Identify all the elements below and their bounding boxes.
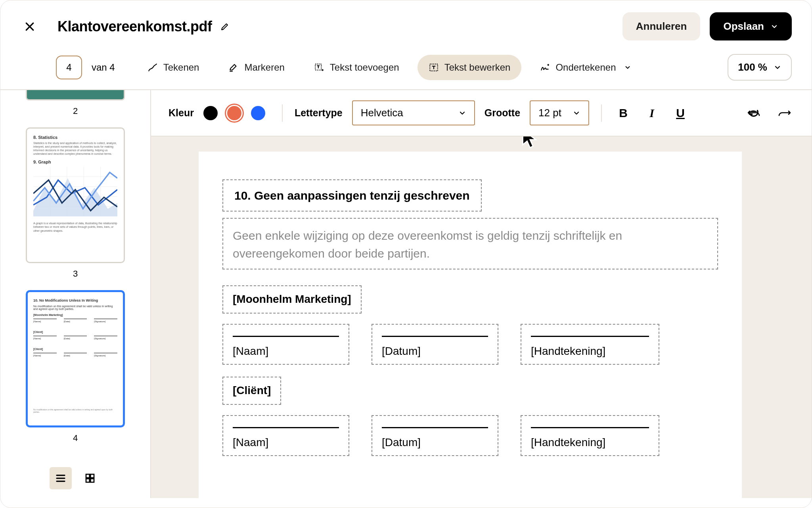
thumb3-heading1: 8. Statistics <box>33 135 117 140</box>
thumb4-sig: [Signature] <box>94 320 117 323</box>
thumb4-name2: [Name] <box>33 337 57 340</box>
svg-rect-12 <box>86 479 90 482</box>
size-label: Grootte <box>485 107 520 119</box>
signature-label-date: [Datum] <box>382 436 488 449</box>
signature-label-name: [Naam] <box>233 436 339 449</box>
signature-label-date: [Datum] <box>382 345 488 358</box>
svg-rect-10 <box>86 474 90 478</box>
signature-cell-date-2[interactable]: [Datum] <box>372 415 498 456</box>
text-block-body[interactable]: Geen enkele wijziging op deze overeenkom… <box>222 218 718 269</box>
font-label: Lettertype <box>295 107 343 119</box>
chevron-down-icon <box>770 23 778 31</box>
text-block-heading[interactable]: 10. Geen aanpassingen tenzij geschreven <box>222 179 482 212</box>
view-grid-button[interactable] <box>79 467 101 489</box>
text-block-party2[interactable]: [Cliënt] <box>222 377 281 405</box>
thumb4-party2b: [Client] <box>33 348 117 350</box>
thumb4-sig2: [Signature] <box>94 337 117 340</box>
italic-button[interactable]: I <box>642 104 661 123</box>
chevron-down-icon <box>774 64 781 71</box>
signature-cell-name-2[interactable]: [Naam] <box>222 415 349 456</box>
thumb4-name3: [Name] <box>33 354 57 357</box>
cancel-button[interactable]: Annuleren <box>622 12 701 40</box>
tool-highlight-label: Markeren <box>244 62 284 73</box>
draw-icon <box>147 62 158 73</box>
thumb3-heading2: 9. Graph <box>33 160 117 164</box>
chevron-down-icon <box>573 109 580 117</box>
tool-edit-text[interactable]: Tekst bewerken <box>417 55 522 80</box>
close-icon[interactable] <box>23 20 36 33</box>
zoom-select[interactable]: 100 % <box>728 54 792 81</box>
thumb4-date: [Date] <box>64 320 87 323</box>
thumb4-para: No modification on this agreement shall … <box>33 305 117 310</box>
thumb4-name: [Name] <box>33 320 57 323</box>
divider <box>601 104 602 122</box>
sign-icon <box>540 62 550 73</box>
color-swatch-blue[interactable] <box>251 106 265 120</box>
edit-text-icon <box>429 62 439 73</box>
signature-label-signature: [Handtekening] <box>531 436 649 449</box>
thumbnail-page-2[interactable] <box>26 90 125 100</box>
thumb4-sig3: [Signature] <box>94 354 117 357</box>
tool-add-text-label: Tekst toevoegen <box>330 62 399 73</box>
undo-button[interactable] <box>744 104 763 123</box>
edit-filename-icon[interactable] <box>219 21 230 32</box>
bold-button[interactable]: B <box>614 104 633 123</box>
tool-add-text[interactable]: Tekst toevoegen <box>303 55 410 80</box>
redo-button[interactable] <box>775 104 794 123</box>
signature-cell-name-1[interactable]: [Naam] <box>222 324 349 365</box>
signature-label-name: [Naam] <box>233 345 339 358</box>
page-total-label: van 4 <box>92 62 115 73</box>
signature-cell-sig-2[interactable]: [Handtekening] <box>521 415 659 456</box>
size-select[interactable]: 12 pt <box>530 100 589 125</box>
thumb3-chart <box>33 167 117 218</box>
tool-draw-label: Tekenen <box>163 62 199 73</box>
size-select-value: 12 pt <box>538 107 561 119</box>
svg-rect-13 <box>90 479 94 482</box>
tool-highlight[interactable]: Markeren <box>217 55 295 80</box>
highlight-icon <box>228 62 239 73</box>
underline-button[interactable]: U <box>671 104 690 123</box>
thumbnail-page-3[interactable]: 8. Statistics Statistics is the study an… <box>26 127 125 263</box>
thumbnail-label-2: 2 <box>73 106 78 116</box>
document-page[interactable]: 10. Geen aanpassingen tenzij geschreven … <box>199 152 742 498</box>
font-select-value: Helvetica <box>361 107 403 119</box>
tool-sign-label: Ondertekenen <box>555 62 616 73</box>
zoom-label: 100 % <box>738 61 767 73</box>
color-swatch-orange[interactable] <box>227 106 241 120</box>
thumb4-footer: No modification on this agreement shall … <box>33 408 117 413</box>
signature-cell-sig-1[interactable]: [Handtekening] <box>521 324 659 365</box>
thumb4-party1: [Moonhelm Marketing] <box>33 314 117 316</box>
svg-rect-11 <box>90 474 94 478</box>
signature-label-signature: [Handtekening] <box>531 345 649 358</box>
thumbnail-page-4[interactable]: 10. No Modifications Unless In Writing N… <box>26 290 125 427</box>
divider <box>282 104 283 122</box>
save-button-label: Opslaan <box>723 20 764 33</box>
color-swatch-black[interactable] <box>203 106 218 120</box>
tool-sign[interactable]: Ondertekenen <box>529 55 642 80</box>
tool-edit-text-label: Tekst bewerken <box>444 62 511 73</box>
color-label: Kleur <box>169 107 194 119</box>
add-text-icon <box>314 62 324 73</box>
thumb3-para1: Statistics is the study and application … <box>33 141 117 156</box>
font-select[interactable]: Helvetica <box>352 100 475 125</box>
file-title: Klantovereenkomst.pdf <box>57 18 212 35</box>
chevron-down-icon <box>458 109 466 117</box>
view-list-button[interactable] <box>50 467 72 489</box>
thumbnail-label-4: 4 <box>73 433 78 443</box>
thumb4-date2: [Date] <box>64 337 87 340</box>
thumbnail-label-3: 3 <box>73 269 78 279</box>
thumb4-heading: 10. No Modifications Unless In Writing <box>33 298 117 302</box>
chevron-down-icon <box>624 64 631 71</box>
cursor-icon <box>521 137 538 149</box>
page-number-input[interactable]: 4 <box>56 56 82 79</box>
save-button[interactable]: Opslaan <box>710 12 792 40</box>
text-block-party1[interactable]: [Moonhelm Marketing] <box>222 285 362 314</box>
thumb3-para2: A graph is a visual representation of da… <box>33 221 117 232</box>
thumb4-party2: [Client] <box>33 331 117 333</box>
signature-cell-date-1[interactable]: [Datum] <box>372 324 498 365</box>
thumb4-date3: [Date] <box>64 354 87 357</box>
tool-draw[interactable]: Tekenen <box>136 55 211 80</box>
